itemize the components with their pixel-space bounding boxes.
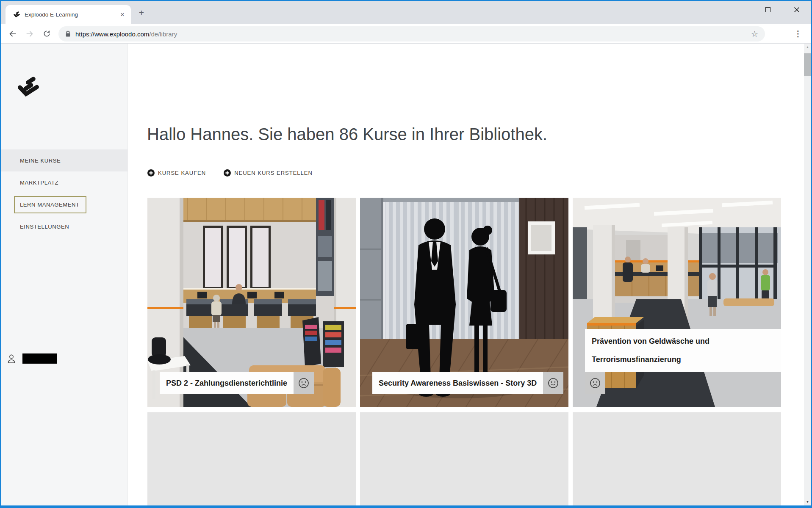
course-card-psd2[interactable]: PSD 2 - Zahlungsdiensterichtlinie xyxy=(147,198,356,407)
new-tab-button[interactable]: + xyxy=(136,7,147,19)
browser-window: Exploodo E-Learning × + https://ww xyxy=(0,0,812,508)
focus-outline-box: LERN MANAGEMENT xyxy=(14,196,86,213)
sad-face-icon xyxy=(589,377,601,389)
page-scrollbar[interactable]: ▲ ▼ xyxy=(804,44,811,505)
menu-icon[interactable]: ⋮ xyxy=(794,29,802,39)
browser-tab[interactable]: Exploodo E-Learning × xyxy=(6,5,131,24)
plus-circle-icon xyxy=(147,169,155,177)
sidebar-item-lern-management[interactable]: LERN MANAGEMENT xyxy=(1,193,127,215)
course-placeholder xyxy=(360,412,568,505)
mood-button[interactable] xyxy=(294,372,314,394)
happy-face-icon xyxy=(547,377,559,389)
scrollbar-thumb[interactable] xyxy=(804,53,811,76)
sidebar-nav: MEINE KURSE MARKTPLATZ LERN MANAGEMENT E… xyxy=(1,149,127,237)
plus-circle-icon xyxy=(224,169,231,177)
course-title: Prävention von Geldwäsche und Terrorismu… xyxy=(585,329,781,372)
profile-row[interactable] xyxy=(7,353,57,364)
maximize-button[interactable] xyxy=(754,1,782,19)
buy-courses-button[interactable]: KURSE KAUFEN xyxy=(147,169,206,177)
close-button[interactable] xyxy=(782,1,811,19)
tab-close-icon[interactable]: × xyxy=(118,11,127,19)
web-page: MEINE KURSE MARKTPLATZ LERN MANAGEMENT E… xyxy=(1,44,811,505)
url-path: /de/library xyxy=(149,30,177,38)
course-placeholder xyxy=(573,412,781,505)
forward-button[interactable] xyxy=(21,25,38,42)
sidebar-item-label: MEINE KURSE xyxy=(20,157,61,164)
reload-icon xyxy=(42,29,51,38)
course-title-bar: Security Awareness Basiswissen - Story 3… xyxy=(372,372,563,394)
sidebar-item-label: EINSTELLUNGEN xyxy=(20,224,69,230)
url-host: https://www.exploodo.com xyxy=(75,30,149,38)
page-title: Hallo Hannes. Sie haben 86 Kurse in Ihre… xyxy=(147,125,547,144)
lock-icon xyxy=(65,30,71,37)
sidebar-item-label: LERN MANAGEMENT xyxy=(20,202,79,208)
scroll-down-icon[interactable]: ▼ xyxy=(804,498,811,505)
course-card-praevention[interactable]: Prävention von Geldwäsche und Terrorismu… xyxy=(573,198,781,407)
action-label: NEUEN KURS ERSTELLEN xyxy=(234,170,313,176)
sidebar: MEINE KURSE MARKTPLATZ LERN MANAGEMENT E… xyxy=(1,44,128,505)
reload-button[interactable] xyxy=(38,25,55,42)
course-title-bar: PSD 2 - Zahlungsdiensterichtlinie xyxy=(160,372,314,394)
exploodo-logo-icon xyxy=(16,77,41,98)
sad-face-icon xyxy=(298,377,310,389)
course-title: Security Awareness Basiswissen - Story 3… xyxy=(372,372,543,394)
exploodo-logo-icon xyxy=(13,11,20,18)
forward-icon xyxy=(25,29,34,39)
tab-strip: Exploodo E-Learning × + xyxy=(1,1,811,24)
close-icon xyxy=(794,7,800,13)
course-title: PSD 2 - Zahlungsdiensterichtlinie xyxy=(160,372,294,394)
sidebar-item-marktplatz[interactable]: MARKTPLATZ xyxy=(1,171,127,193)
sidebar-item-einstellungen[interactable]: EINSTELLUNGEN xyxy=(1,215,127,237)
scroll-up-icon[interactable]: ▲ xyxy=(804,44,811,51)
course-placeholder xyxy=(147,412,356,505)
action-label: KURSE KAUFEN xyxy=(158,170,206,176)
bookmark-star-icon[interactable]: ☆ xyxy=(751,30,758,38)
person-icon xyxy=(7,354,16,364)
address-bar[interactable]: https://www.exploodo.com/de/library ☆ xyxy=(58,26,765,41)
tab-title: Exploodo E-Learning xyxy=(25,11,118,18)
maximize-icon xyxy=(765,7,770,12)
browser-toolbar: https://www.exploodo.com/de/library ☆ ⋮ xyxy=(1,24,811,44)
mood-button[interactable] xyxy=(543,372,563,394)
url-text: https://www.exploodo.com/de/library xyxy=(75,30,177,38)
create-course-button[interactable]: NEUEN KURS ERSTELLEN xyxy=(224,169,313,177)
window-controls xyxy=(725,1,811,19)
course-card-security-awareness[interactable]: Security Awareness Basiswissen - Story 3… xyxy=(360,198,568,407)
minimize-button[interactable] xyxy=(725,1,754,19)
back-icon xyxy=(8,29,17,39)
mood-button[interactable] xyxy=(585,372,605,394)
action-bar: KURSE KAUFEN NEUEN KURS ERSTELLEN xyxy=(147,169,313,177)
profile-name-redacted xyxy=(22,353,57,364)
sidebar-item-label: MARKTPLATZ xyxy=(20,179,58,186)
minimize-icon xyxy=(737,10,742,10)
sidebar-item-meine-kurse[interactable]: MEINE KURSE xyxy=(1,149,127,171)
course-grid: PSD 2 - Zahlungsdiensterichtlinie xyxy=(147,198,781,505)
back-button[interactable] xyxy=(4,25,21,42)
main-content: Hallo Hannes. Sie haben 86 Kurse in Ihre… xyxy=(128,44,811,505)
